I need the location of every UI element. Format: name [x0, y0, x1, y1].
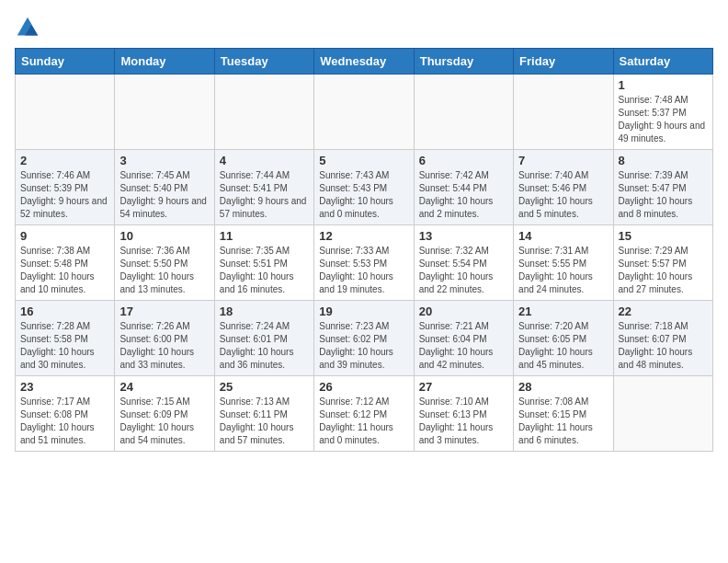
day-info: Sunrise: 7:45 AM Sunset: 5:40 PM Dayligh…	[119, 169, 209, 221]
calendar-cell: 6Sunrise: 7:42 AM Sunset: 5:44 PM Daylig…	[414, 150, 513, 225]
calendar-cell: 11Sunrise: 7:35 AM Sunset: 5:51 PM Dayli…	[214, 225, 313, 301]
day-info: Sunrise: 7:35 AM Sunset: 5:51 PM Dayligh…	[220, 245, 309, 296]
day-info: Sunrise: 7:32 AM Sunset: 5:54 PM Dayligh…	[419, 245, 508, 296]
calendar-week-row: 23Sunrise: 7:17 AM Sunset: 6:08 PM Dayli…	[16, 376, 713, 452]
day-info: Sunrise: 7:44 AM Sunset: 5:41 PM Dayligh…	[220, 169, 309, 221]
day-info: Sunrise: 7:08 AM Sunset: 6:15 PM Dayligh…	[518, 396, 608, 447]
calendar-cell	[514, 75, 613, 150]
day-number: 17	[119, 304, 209, 318]
calendar-cell: 23Sunrise: 7:17 AM Sunset: 6:08 PM Dayli…	[16, 376, 115, 452]
day-info: Sunrise: 7:18 AM Sunset: 6:07 PM Dayligh…	[619, 320, 708, 372]
weekday-header-saturday: Saturday	[613, 49, 712, 75]
day-info: Sunrise: 7:42 AM Sunset: 5:44 PM Dayligh…	[419, 169, 508, 221]
calendar-cell	[16, 75, 115, 150]
calendar-cell	[214, 75, 313, 150]
calendar-week-row: 9Sunrise: 7:38 AM Sunset: 5:48 PM Daylig…	[16, 225, 713, 301]
day-number: 25	[220, 380, 309, 394]
day-number: 28	[518, 380, 608, 394]
day-info: Sunrise: 7:46 AM Sunset: 5:39 PM Dayligh…	[20, 169, 109, 221]
weekday-header-wednesday: Wednesday	[314, 49, 414, 75]
calendar-cell: 18Sunrise: 7:24 AM Sunset: 6:01 PM Dayli…	[214, 301, 313, 376]
day-number: 19	[319, 304, 408, 318]
calendar-cell: 27Sunrise: 7:10 AM Sunset: 6:13 PM Dayli…	[414, 376, 513, 452]
calendar-cell: 9Sunrise: 7:38 AM Sunset: 5:48 PM Daylig…	[16, 225, 115, 301]
day-number: 23	[20, 380, 109, 394]
day-info: Sunrise: 7:33 AM Sunset: 5:53 PM Dayligh…	[319, 245, 408, 296]
day-info: Sunrise: 7:48 AM Sunset: 5:37 PM Dayligh…	[619, 94, 708, 145]
day-info: Sunrise: 7:20 AM Sunset: 6:05 PM Dayligh…	[518, 320, 608, 372]
calendar-cell: 7Sunrise: 7:40 AM Sunset: 5:46 PM Daylig…	[514, 150, 613, 225]
day-number: 1	[619, 78, 708, 92]
calendar-cell: 16Sunrise: 7:28 AM Sunset: 5:58 PM Dayli…	[16, 301, 115, 376]
calendar-cell: 21Sunrise: 7:20 AM Sunset: 6:05 PM Dayli…	[514, 301, 613, 376]
day-number: 21	[518, 304, 608, 318]
calendar-cell: 13Sunrise: 7:32 AM Sunset: 5:54 PM Dayli…	[414, 225, 513, 301]
day-number: 2	[20, 154, 109, 167]
day-number: 26	[319, 380, 408, 394]
calendar-cell: 2Sunrise: 7:46 AM Sunset: 5:39 PM Daylig…	[16, 150, 115, 225]
day-number: 6	[419, 154, 508, 167]
calendar-cell: 26Sunrise: 7:12 AM Sunset: 6:12 PM Dayli…	[314, 376, 414, 452]
calendar-cell	[314, 75, 414, 150]
header	[15, 15, 713, 40]
day-info: Sunrise: 7:12 AM Sunset: 6:12 PM Dayligh…	[319, 396, 408, 447]
day-number: 20	[419, 304, 508, 318]
weekday-header-friday: Friday	[514, 49, 613, 75]
day-number: 5	[319, 154, 408, 167]
calendar-cell: 25Sunrise: 7:13 AM Sunset: 6:11 PM Dayli…	[214, 376, 313, 452]
calendar-cell: 12Sunrise: 7:33 AM Sunset: 5:53 PM Dayli…	[314, 225, 414, 301]
day-number: 27	[419, 380, 508, 394]
calendar-week-row: 16Sunrise: 7:28 AM Sunset: 5:58 PM Dayli…	[16, 301, 713, 376]
day-number: 4	[220, 154, 309, 167]
day-info: Sunrise: 7:29 AM Sunset: 5:57 PM Dayligh…	[619, 245, 708, 296]
day-number: 13	[419, 229, 508, 243]
day-number: 9	[20, 229, 109, 243]
logo-icon	[15, 15, 40, 40]
calendar-week-row: 1Sunrise: 7:48 AM Sunset: 5:37 PM Daylig…	[16, 75, 713, 150]
calendar-cell: 4Sunrise: 7:44 AM Sunset: 5:41 PM Daylig…	[214, 150, 313, 225]
calendar-cell	[115, 75, 214, 150]
calendar-cell: 1Sunrise: 7:48 AM Sunset: 5:37 PM Daylig…	[613, 75, 712, 150]
logo	[15, 15, 44, 40]
day-info: Sunrise: 7:31 AM Sunset: 5:55 PM Dayligh…	[518, 245, 608, 296]
day-number: 24	[119, 380, 209, 394]
weekday-header-tuesday: Tuesday	[214, 49, 313, 75]
day-info: Sunrise: 7:36 AM Sunset: 5:50 PM Dayligh…	[119, 245, 209, 296]
calendar-week-row: 2Sunrise: 7:46 AM Sunset: 5:39 PM Daylig…	[16, 150, 713, 225]
day-number: 15	[619, 229, 708, 243]
calendar-cell: 5Sunrise: 7:43 AM Sunset: 5:43 PM Daylig…	[314, 150, 414, 225]
calendar-cell: 22Sunrise: 7:18 AM Sunset: 6:07 PM Dayli…	[613, 301, 712, 376]
calendar-cell: 19Sunrise: 7:23 AM Sunset: 6:02 PM Dayli…	[314, 301, 414, 376]
day-info: Sunrise: 7:13 AM Sunset: 6:11 PM Dayligh…	[220, 396, 309, 447]
calendar-cell: 28Sunrise: 7:08 AM Sunset: 6:15 PM Dayli…	[514, 376, 613, 452]
calendar-cell: 10Sunrise: 7:36 AM Sunset: 5:50 PM Dayli…	[115, 225, 214, 301]
day-info: Sunrise: 7:43 AM Sunset: 5:43 PM Dayligh…	[319, 169, 408, 221]
day-number: 7	[518, 154, 608, 167]
day-info: Sunrise: 7:24 AM Sunset: 6:01 PM Dayligh…	[220, 320, 309, 372]
day-number: 16	[20, 304, 109, 318]
day-number: 3	[119, 154, 209, 167]
weekday-header-monday: Monday	[115, 49, 214, 75]
weekday-header-thursday: Thursday	[414, 49, 513, 75]
day-number: 18	[220, 304, 309, 318]
weekday-header-row: SundayMondayTuesdayWednesdayThursdayFrid…	[16, 49, 713, 75]
calendar-cell: 8Sunrise: 7:39 AM Sunset: 5:47 PM Daylig…	[613, 150, 712, 225]
day-info: Sunrise: 7:28 AM Sunset: 5:58 PM Dayligh…	[20, 320, 109, 372]
calendar-cell: 14Sunrise: 7:31 AM Sunset: 5:55 PM Dayli…	[514, 225, 613, 301]
day-number: 14	[518, 229, 608, 243]
day-number: 10	[119, 229, 209, 243]
calendar-cell	[613, 376, 712, 452]
calendar-cell: 3Sunrise: 7:45 AM Sunset: 5:40 PM Daylig…	[115, 150, 214, 225]
day-info: Sunrise: 7:38 AM Sunset: 5:48 PM Dayligh…	[20, 245, 109, 296]
calendar-cell: 15Sunrise: 7:29 AM Sunset: 5:57 PM Dayli…	[613, 225, 712, 301]
day-number: 12	[319, 229, 408, 243]
calendar-cell	[414, 75, 513, 150]
weekday-header-sunday: Sunday	[16, 49, 115, 75]
day-info: Sunrise: 7:15 AM Sunset: 6:09 PM Dayligh…	[119, 396, 209, 447]
day-number: 11	[220, 229, 309, 243]
day-info: Sunrise: 7:10 AM Sunset: 6:13 PM Dayligh…	[419, 396, 508, 447]
day-info: Sunrise: 7:39 AM Sunset: 5:47 PM Dayligh…	[619, 169, 708, 221]
day-number: 22	[619, 304, 708, 318]
day-number: 8	[619, 154, 708, 167]
day-info: Sunrise: 7:21 AM Sunset: 6:04 PM Dayligh…	[419, 320, 508, 372]
